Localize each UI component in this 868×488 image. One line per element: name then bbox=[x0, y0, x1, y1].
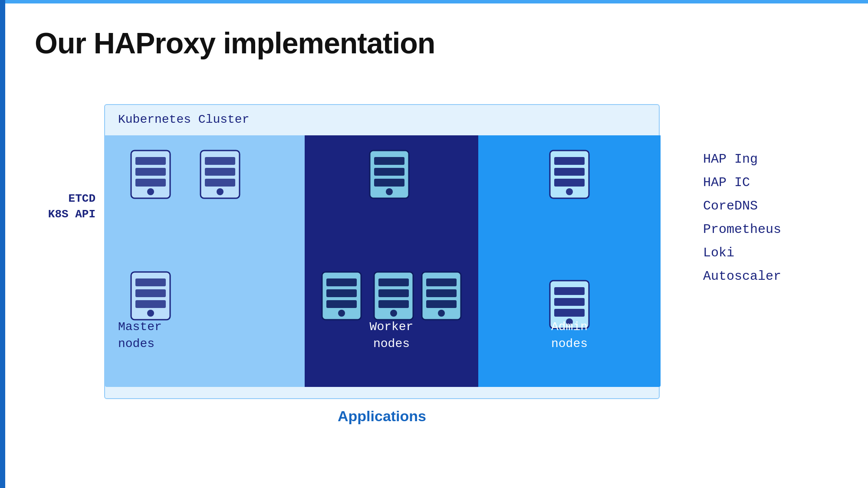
svg-rect-28 bbox=[378, 300, 409, 308]
right-label-loki: Loki bbox=[703, 241, 781, 265]
svg-rect-27 bbox=[378, 289, 409, 297]
worker-label-line2: nodes bbox=[373, 337, 410, 350]
svg-rect-22 bbox=[326, 289, 357, 297]
worker-server-1 bbox=[365, 148, 413, 202]
svg-rect-18 bbox=[374, 179, 404, 187]
svg-rect-17 bbox=[374, 168, 404, 176]
svg-rect-12 bbox=[135, 289, 166, 297]
svg-rect-41 bbox=[554, 287, 585, 295]
svg-rect-6 bbox=[205, 157, 235, 165]
svg-point-4 bbox=[147, 188, 154, 195]
left-label: ETCD K8S API bbox=[35, 191, 95, 223]
master-server-1 bbox=[127, 148, 174, 202]
applications-label: Applications bbox=[104, 408, 660, 425]
svg-point-39 bbox=[566, 188, 573, 195]
svg-rect-42 bbox=[554, 298, 585, 306]
right-label-autoscaler: Autoscaler bbox=[703, 265, 781, 288]
svg-point-14 bbox=[147, 310, 154, 317]
svg-rect-13 bbox=[135, 300, 166, 308]
worker-label-line1: Worker bbox=[370, 320, 414, 334]
svg-rect-33 bbox=[426, 300, 457, 308]
admin-nodes-section: Admin nodes bbox=[478, 135, 661, 387]
svg-rect-3 bbox=[135, 179, 166, 187]
master-label-line2: nodes bbox=[118, 337, 155, 350]
right-label-hap-ing: HAP Ing bbox=[703, 147, 781, 171]
svg-rect-1 bbox=[135, 157, 166, 165]
etcd-label: ETCD bbox=[69, 192, 95, 205]
k8s-cluster-label: Kubernetes Cluster bbox=[118, 113, 249, 126]
svg-rect-16 bbox=[374, 157, 404, 165]
admin-server-1 bbox=[546, 148, 593, 202]
slide-title: Our HAProxy implementation bbox=[35, 26, 435, 60]
worker-server-2 bbox=[318, 270, 365, 324]
right-label-hap-ic: HAP IC bbox=[703, 171, 781, 194]
worker-nodes-section: Worker nodes bbox=[305, 135, 478, 387]
admin-label-line2: nodes bbox=[551, 337, 588, 350]
svg-rect-7 bbox=[205, 168, 235, 176]
svg-point-19 bbox=[386, 188, 393, 195]
right-label-prometheus: Prometheus bbox=[703, 218, 781, 241]
left-accent-bar bbox=[0, 0, 5, 488]
diagram-area: ETCD K8S API Kubernetes Cluster bbox=[35, 95, 781, 425]
svg-point-9 bbox=[217, 188, 224, 195]
svg-point-24 bbox=[338, 310, 345, 317]
top-accent-bar bbox=[5, 0, 868, 3]
svg-rect-37 bbox=[554, 168, 585, 176]
admin-nodes-label: Admin nodes bbox=[551, 318, 588, 352]
svg-point-29 bbox=[390, 310, 397, 317]
worker-server-3 bbox=[370, 270, 418, 324]
svg-rect-23 bbox=[326, 300, 357, 308]
worker-server-4 bbox=[418, 270, 465, 324]
k8s-cluster-box: Kubernetes Cluster bbox=[104, 104, 660, 399]
master-nodes-section: Master nodes bbox=[105, 135, 305, 387]
svg-rect-2 bbox=[135, 168, 166, 176]
master-label-line1: Master bbox=[118, 320, 162, 334]
svg-rect-32 bbox=[426, 289, 457, 297]
svg-rect-43 bbox=[554, 309, 585, 317]
master-nodes-label: Master nodes bbox=[118, 318, 162, 352]
right-label-coredns: CoreDNS bbox=[703, 194, 781, 218]
k8s-api-label: K8S API bbox=[48, 208, 95, 221]
master-server-3 bbox=[127, 270, 174, 324]
svg-rect-11 bbox=[135, 278, 166, 286]
svg-rect-8 bbox=[205, 179, 235, 187]
svg-rect-21 bbox=[326, 278, 357, 286]
svg-rect-31 bbox=[426, 278, 457, 286]
svg-rect-36 bbox=[554, 157, 585, 165]
master-server-2 bbox=[196, 148, 244, 202]
worker-nodes-label: Worker nodes bbox=[370, 318, 414, 352]
right-labels-container: HAP Ing HAP IC CoreDNS Prometheus Loki A… bbox=[703, 147, 781, 288]
svg-point-34 bbox=[438, 310, 445, 317]
admin-label-line1: Admin bbox=[551, 320, 588, 334]
svg-rect-38 bbox=[554, 179, 585, 187]
svg-rect-26 bbox=[378, 278, 409, 286]
